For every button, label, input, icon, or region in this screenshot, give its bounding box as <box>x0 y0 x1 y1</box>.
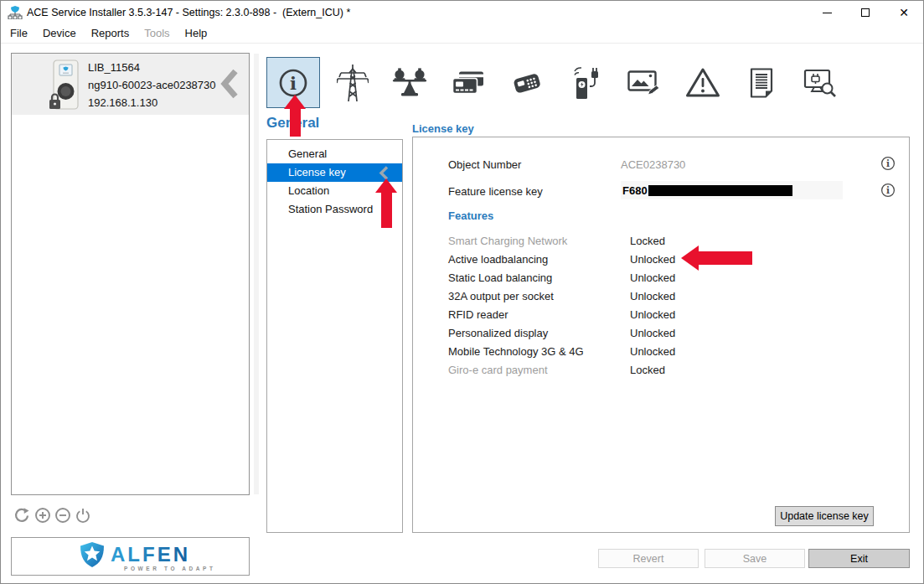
minimize-icon <box>823 13 832 13</box>
subnav-item-general[interactable]: General <box>267 145 402 163</box>
title-bar: ACE Service Installer 3.5.3-147 - Settin… <box>1 1 923 24</box>
feature-row: Smart Charging Network Locked <box>448 235 901 251</box>
toolbar-tab-reports[interactable] <box>735 57 788 108</box>
credit-cards-icon <box>452 71 485 95</box>
feature-license-key-field[interactable]: F680 <box>621 181 843 199</box>
svg-text:i: i <box>886 158 890 168</box>
close-icon: ✕ <box>899 7 909 18</box>
svg-text:i: i <box>886 185 890 195</box>
maximize-icon <box>861 8 870 17</box>
device-info: LIB_11564 ng910-60023-ace0238730 192.168… <box>88 59 216 111</box>
annotation-arrow-license-key <box>375 178 397 228</box>
toolbar-tab-load-balancing[interactable] <box>383 57 436 108</box>
feature-row: Giro-e card payment Locked <box>448 364 901 380</box>
toolbar-tab-personalized-display[interactable] <box>617 57 671 108</box>
menu-file[interactable]: File <box>3 24 35 43</box>
close-button[interactable]: ✕ <box>885 1 923 24</box>
feature-license-key-label: Feature license key <box>448 185 543 198</box>
toolbar-tab-payment-cards[interactable] <box>441 57 495 108</box>
panel-title: License key <box>412 122 474 135</box>
charging-socket-icon <box>571 66 600 100</box>
panel-splitter <box>254 54 259 494</box>
window-title: ACE Service Installer 3.5.3-147 - Settin… <box>27 7 350 18</box>
info-icon[interactable]: i <box>880 156 896 171</box>
alfen-shield-icon <box>80 542 104 567</box>
menu-bar: File Device Reports Tools Help <box>1 24 923 44</box>
collapse-chevron-icon[interactable] <box>219 68 240 100</box>
maximize-button[interactable] <box>846 1 885 24</box>
brand-logo-box: ALFEN POWER TO ADAPT <box>11 537 250 576</box>
feature-row: Personalized display Unlocked <box>448 327 901 344</box>
toolbar-tab-diagnostics[interactable] <box>793 57 847 108</box>
toolbar-tab-charging-connection[interactable] <box>559 57 612 108</box>
menu-reports[interactable]: Reports <box>84 24 137 43</box>
power-pylon-icon <box>337 64 369 102</box>
toolbar-tab-payment-terminal[interactable] <box>500 57 554 108</box>
device-name: LIB_11564 <box>88 59 216 76</box>
info-icon[interactable]: i <box>880 183 896 198</box>
brand-tagline: POWER TO ADAPT <box>124 566 216 571</box>
card-terminal-icon <box>509 70 545 96</box>
minimize-button[interactable] <box>808 1 846 24</box>
annotation-arrow-unlocked <box>681 245 752 271</box>
device-list-panel: LIB_11564 ng910-60023-ace0238730 192.168… <box>11 53 250 495</box>
exit-button[interactable]: Exit <box>808 549 910 568</box>
app-window: ACE Service Installer 3.5.3-147 - Settin… <box>0 0 924 584</box>
feature-row: 32A output per socket Unlocked <box>448 290 901 307</box>
power-icon[interactable] <box>75 507 91 524</box>
toolbar-tab-grid-connection[interactable] <box>326 57 379 108</box>
device-serial: ng910-60023-ace0238730 <box>88 76 216 94</box>
license-key-visible-part: F680 <box>622 184 648 197</box>
refresh-icon[interactable] <box>13 507 30 524</box>
object-number-label: Object Number <box>448 158 521 171</box>
object-number-value: ACE0238730 <box>621 158 685 171</box>
charging-station-image <box>49 59 82 111</box>
remove-icon[interactable] <box>54 507 71 524</box>
redaction-bar <box>648 185 792 196</box>
balance-scale-icon <box>390 66 429 100</box>
license-key-panel: Object Number ACE0238730 i Feature licen… <box>412 137 910 533</box>
menu-help[interactable]: Help <box>178 24 215 43</box>
feature-row: Active loadbalancing Unlocked <box>448 253 901 270</box>
monitor-search-icon <box>803 69 837 97</box>
document-icon <box>749 68 774 98</box>
menu-device[interactable]: Device <box>35 24 84 43</box>
alfen-logo: ALFEN <box>80 542 248 567</box>
feature-row: Static Load balancing Unlocked <box>448 271 901 288</box>
svg-text:i: i <box>290 73 297 94</box>
save-button[interactable]: Save <box>705 549 805 568</box>
warning-triangle-icon <box>684 67 721 99</box>
menu-tools[interactable]: Tools <box>137 24 177 43</box>
device-list-item[interactable]: LIB_11564 ng910-60023-ace0238730 192.168… <box>12 54 249 115</box>
update-license-key-button[interactable]: Update license key <box>775 506 874 526</box>
picture-edit-icon <box>627 70 661 96</box>
device-ip: 192.168.1.130 <box>88 94 216 111</box>
features-heading: Features <box>448 209 493 222</box>
annotation-arrow-info-tab <box>284 95 306 137</box>
feature-row: Mobile Technology 3G & 4G Unlocked <box>448 345 901 362</box>
add-icon[interactable] <box>34 507 51 524</box>
alfen-wordmark: ALFEN <box>111 543 190 566</box>
revert-button[interactable]: Revert <box>598 549 699 568</box>
toolbar-tab-warnings[interactable] <box>676 57 730 108</box>
feature-row: RFID reader Unlocked <box>448 308 901 325</box>
app-icon <box>8 6 23 19</box>
